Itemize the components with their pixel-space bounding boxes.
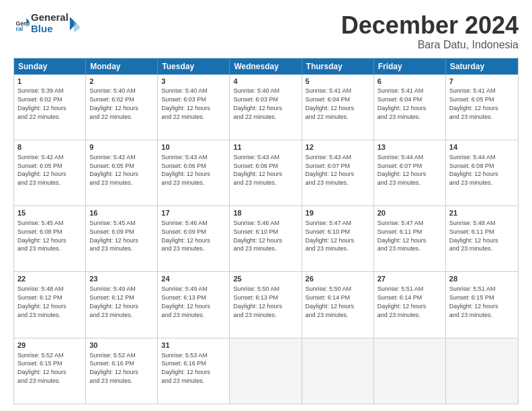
table-row: 29Sunrise: 5:52 AMSunset: 6:15 PMDayligh…: [14, 338, 86, 404]
table-row: 13Sunrise: 5:44 AMSunset: 6:07 PMDayligh…: [374, 140, 446, 205]
daylight-text: Daylight: 12 hours: [161, 171, 210, 177]
table-row: 25Sunrise: 5:50 AMSunset: 6:13 PMDayligh…: [230, 272, 302, 337]
daylight-text: Daylight: 12 hours: [161, 105, 210, 111]
daylight-text-cont: and 22 minutes.: [89, 113, 132, 120]
sunset-text: Sunset: 6:09 PM: [161, 228, 206, 235]
sunrise-text: Sunrise: 5:51 AM: [449, 285, 496, 292]
daylight-text: Daylight: 12 hours: [89, 303, 138, 310]
table-row: 6Sunrise: 5:41 AMSunset: 6:04 PMDaylight…: [374, 75, 446, 140]
sunset-text: Sunset: 6:04 PM: [306, 96, 351, 103]
sunset-text: Sunset: 6:03 PM: [161, 96, 206, 103]
daylight-text: Daylight: 12 hours: [449, 303, 498, 310]
sunset-text: Sunset: 6:10 PM: [306, 228, 351, 235]
daylight-text: Daylight: 12 hours: [449, 105, 498, 111]
sunrise-text: Sunrise: 5:50 AM: [306, 285, 352, 292]
table-row: 16Sunrise: 5:45 AMSunset: 6:09 PMDayligh…: [86, 206, 158, 271]
sunset-text: Sunset: 6:12 PM: [17, 294, 62, 301]
month-title: December 2024: [341, 12, 519, 39]
table-row: 1Sunrise: 5:39 AMSunset: 6:02 PMDaylight…: [14, 75, 86, 140]
location: Bara Datu, Indonesia: [341, 39, 519, 51]
day-number: 13: [378, 142, 442, 152]
sunset-text: Sunset: 6:15 PM: [17, 360, 62, 367]
sunset-text: Sunset: 6:16 PM: [161, 360, 206, 367]
sunrise-text: Sunrise: 5:42 AM: [89, 154, 136, 161]
sunrise-text: Sunrise: 5:47 AM: [306, 220, 352, 226]
daylight-text-cont: and 23 minutes.: [161, 377, 204, 384]
daylight-text-cont: and 23 minutes.: [233, 312, 276, 318]
table-row: 26Sunrise: 5:50 AMSunset: 6:14 PMDayligh…: [302, 272, 374, 337]
table-row: 31Sunrise: 5:53 AMSunset: 6:16 PMDayligh…: [158, 338, 230, 404]
svg-text:ral: ral: [16, 26, 24, 31]
daylight-text-cont: and 23 minutes.: [89, 179, 132, 186]
sunset-text: Sunset: 6:13 PM: [233, 294, 278, 301]
daylight-text-cont: and 23 minutes.: [449, 245, 492, 252]
daylight-text: Daylight: 12 hours: [378, 237, 427, 244]
day-number: 20: [378, 208, 442, 218]
sunset-text: Sunset: 6:05 PM: [449, 96, 494, 103]
header: Gene ral General Blue December 2024 Bara…: [13, 12, 519, 51]
table-row: 24Sunrise: 5:49 AMSunset: 6:13 PMDayligh…: [158, 272, 230, 337]
day-number: 23: [89, 274, 154, 284]
sunrise-text: Sunrise: 5:41 AM: [449, 87, 496, 94]
day-number: 24: [161, 274, 226, 284]
sunrise-text: Sunrise: 5:48 AM: [449, 220, 496, 226]
sunset-text: Sunset: 6:08 PM: [17, 228, 62, 235]
daylight-text: Daylight: 12 hours: [233, 105, 282, 111]
daylight-text-cont: and 23 minutes.: [17, 179, 60, 186]
page: Gene ral General Blue December 2024 Bara…: [0, 0, 532, 411]
weekday-header-tuesday: Tuesday: [158, 58, 230, 75]
calendar-week-4: 22Sunrise: 5:48 AMSunset: 6:12 PMDayligh…: [14, 271, 518, 337]
daylight-text-cont: and 23 minutes.: [378, 179, 420, 186]
daylight-text: Daylight: 12 hours: [89, 171, 138, 177]
daylight-text-cont: and 23 minutes.: [161, 245, 204, 252]
calendar-week-3: 15Sunrise: 5:45 AMSunset: 6:08 PMDayligh…: [14, 205, 518, 271]
sunset-text: Sunset: 6:04 PM: [378, 96, 423, 103]
day-number: 22: [17, 274, 82, 284]
sunrise-text: Sunrise: 5:48 AM: [17, 285, 64, 292]
weekday-header-monday: Monday: [86, 58, 158, 75]
daylight-text: Daylight: 12 hours: [378, 171, 427, 177]
daylight-text-cont: and 23 minutes.: [449, 312, 492, 318]
daylight-text-cont: and 23 minutes.: [17, 312, 60, 318]
table-row: 8Sunrise: 5:42 AMSunset: 6:05 PMDaylight…: [14, 140, 86, 205]
daylight-text: Daylight: 12 hours: [17, 303, 66, 310]
daylight-text-cont: and 23 minutes.: [378, 312, 420, 318]
daylight-text: Daylight: 12 hours: [306, 303, 355, 310]
sunrise-text: Sunrise: 5:40 AM: [161, 87, 208, 94]
table-row: 12Sunrise: 5:43 AMSunset: 6:07 PMDayligh…: [302, 140, 374, 205]
daylight-text-cont: and 23 minutes.: [233, 179, 276, 186]
day-number: 17: [161, 208, 226, 218]
daylight-text-cont: and 22 minutes.: [233, 113, 276, 120]
table-row: [230, 338, 302, 404]
daylight-text: Daylight: 12 hours: [306, 171, 355, 177]
daylight-text-cont: and 23 minutes.: [161, 179, 204, 186]
day-number: 4: [233, 77, 298, 87]
title-block: December 2024 Bara Datu, Indonesia: [341, 12, 519, 51]
logo: Gene ral General Blue: [13, 12, 82, 34]
daylight-text: Daylight: 12 hours: [161, 303, 210, 310]
daylight-text: Daylight: 12 hours: [306, 105, 355, 111]
sunset-text: Sunset: 6:06 PM: [161, 163, 206, 169]
table-row: 11Sunrise: 5:43 AMSunset: 6:06 PMDayligh…: [230, 140, 302, 205]
calendar-body: 1Sunrise: 5:39 AMSunset: 6:02 PMDaylight…: [14, 75, 518, 404]
daylight-text-cont: and 23 minutes.: [449, 179, 492, 186]
sunrise-text: Sunrise: 5:46 AM: [161, 220, 208, 226]
table-row: 28Sunrise: 5:51 AMSunset: 6:15 PMDayligh…: [446, 272, 518, 337]
sunrise-text: Sunrise: 5:44 AM: [378, 154, 424, 161]
daylight-text-cont: and 23 minutes.: [378, 245, 420, 252]
day-number: 14: [449, 142, 515, 152]
sunrise-text: Sunrise: 5:43 AM: [233, 154, 279, 161]
day-number: 18: [233, 208, 298, 218]
table-row: 21Sunrise: 5:48 AMSunset: 6:11 PMDayligh…: [446, 206, 518, 271]
logo-blue-text: Blue: [31, 24, 69, 35]
table-row: [446, 338, 518, 404]
sunset-text: Sunset: 6:14 PM: [378, 294, 423, 301]
logo-chevron-icon: [70, 14, 82, 33]
table-row: 5Sunrise: 5:41 AMSunset: 6:04 PMDaylight…: [302, 75, 374, 140]
table-row: 18Sunrise: 5:46 AMSunset: 6:10 PMDayligh…: [230, 206, 302, 271]
sunset-text: Sunset: 6:05 PM: [17, 163, 62, 169]
daylight-text-cont: and 23 minutes.: [89, 312, 132, 318]
calendar: SundayMondayTuesdayWednesdayThursdayFrid…: [13, 58, 519, 404]
day-number: 9: [89, 142, 154, 152]
sunrise-text: Sunrise: 5:52 AM: [89, 352, 136, 359]
